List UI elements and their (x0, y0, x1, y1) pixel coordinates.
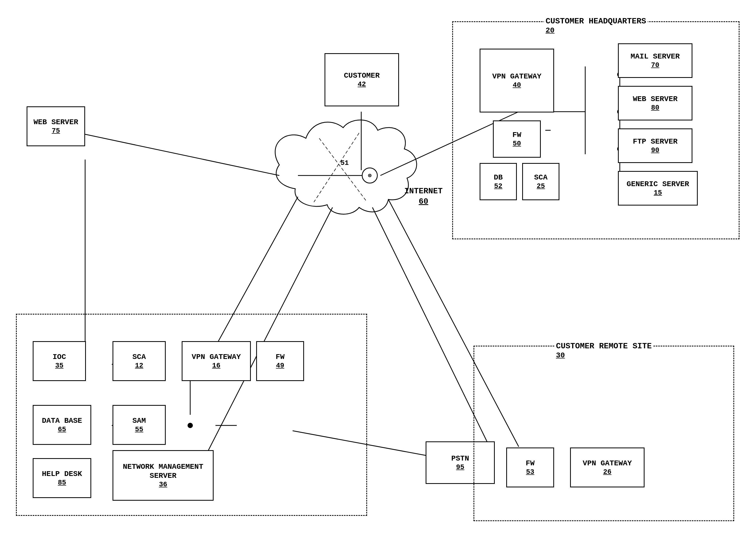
vpngateway26-node: VPN GATEWAY 26 (570, 447, 645, 488)
vpngateway16-node: VPN GATEWAY 16 (182, 341, 251, 381)
vpngateway40-node: VPN GATEWAY 40 (480, 49, 554, 113)
customer42-node: CUSTOMER 42 (325, 53, 399, 106)
circle51-node: ⊗ (362, 167, 378, 183)
db52-node: DB 52 (480, 163, 517, 200)
svg-line-1 (314, 133, 359, 202)
fw50-node: FW 50 (493, 120, 541, 158)
webserver80-node: WEB SERVER 80 (618, 86, 692, 120)
customer-hq-title: CUSTOMER HEADQUARTERS 20 (544, 17, 648, 35)
fw49-node: FW 49 (256, 341, 304, 381)
internet-cloud (275, 120, 416, 214)
customer-remote-title: CUSTOMER REMOTE SITE 30 (554, 342, 653, 360)
ftpserver90-node: FTP SERVER 90 (618, 128, 692, 163)
genericserver15-node: GENERIC SERVER 15 (618, 171, 698, 205)
svg-line-0 (319, 138, 367, 202)
customer-hq-box: CUSTOMER HEADQUARTERS 20 VPN GATEWAY 40 … (452, 21, 740, 239)
sam55-node: SAM 55 (113, 405, 166, 445)
nms36-node: NETWORK MANAGEMENT SERVER 36 (113, 450, 214, 501)
internet-label: INTERNET 60 (404, 186, 443, 207)
label-51: 51 (341, 159, 349, 167)
diagram: CUSTOMER 42 ⊗ 51 WEB SERVER 75 INTERNET … (0, 0, 756, 552)
mailserver70-node: MAIL SERVER 70 (618, 43, 692, 78)
sca12-node: SCA 12 (113, 341, 166, 381)
helpdesk85-node: HELP DESK 85 (33, 458, 91, 498)
ioc35-node: IOC 35 (33, 341, 86, 381)
svg-line-4 (85, 134, 279, 175)
customer-remote-box: CUSTOMER REMOTE SITE 30 FW 53 VPN GATEWA… (474, 346, 734, 521)
database65-node: DATA BASE 65 (33, 405, 91, 445)
ioc-group-box: IOC 35 SCA 12 VPN GATEWAY 16 FW 49 DATA … (16, 314, 367, 516)
webserver75-node: WEB SERVER 75 (27, 106, 85, 146)
fw53-node: FW 53 (506, 447, 554, 488)
sca25-node: SCA 25 (522, 163, 559, 200)
